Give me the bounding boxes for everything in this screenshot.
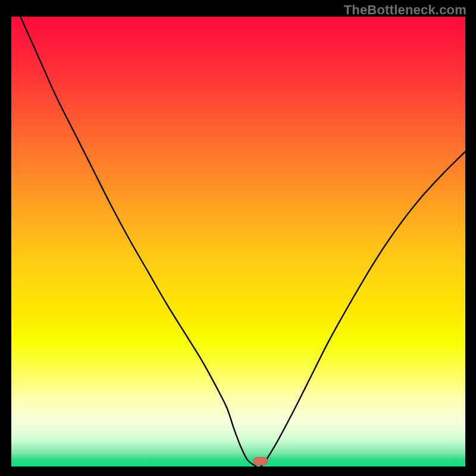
- curve-layer: [11, 17, 465, 466]
- plot-area: [11, 17, 465, 466]
- bottleneck-curve: [20, 17, 465, 466]
- watermark-text: TheBottleneck.com: [344, 2, 466, 18]
- chart-frame: TheBottleneck.com: [0, 0, 476, 476]
- optimal-marker: [253, 457, 268, 465]
